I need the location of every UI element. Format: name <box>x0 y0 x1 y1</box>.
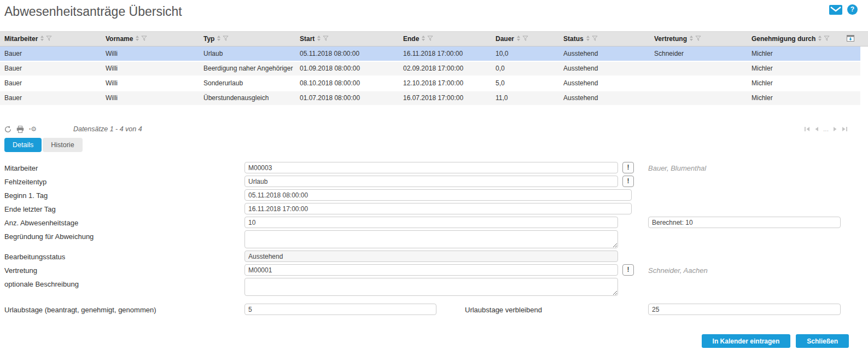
column-header-start[interactable]: Start <box>295 32 399 46</box>
form-row-mitarbeiter: Mitarbeiter ! Bauer, Blumenthal <box>0 162 868 176</box>
filter-icon[interactable] <box>223 36 229 42</box>
cell-genehmigung: Michler <box>747 61 842 76</box>
vertretung-field[interactable] <box>244 264 618 276</box>
mitarbeiter-note: Bauer, Blumenthal <box>648 164 706 172</box>
cell-dauer: 10,0 <box>491 46 559 61</box>
table-row[interactable]: Bauer Willi Überstundenausgleich 01.07.2… <box>0 91 868 106</box>
filter-icon[interactable] <box>824 36 830 42</box>
tab-details[interactable]: Details <box>4 138 42 152</box>
cell-mitarbeiter: Bauer <box>0 91 101 106</box>
column-label: Genehmigung durch <box>752 35 815 43</box>
cell-vorname: Willi <box>101 76 199 91</box>
refresh-icon[interactable] <box>4 126 11 133</box>
add-to-calendar-button[interactable]: In Kalender eintragen <box>702 334 791 348</box>
cell-genehmigung: Michler <box>747 46 842 61</box>
sort-icon[interactable] <box>818 36 822 41</box>
first-page-icon[interactable] <box>804 126 810 132</box>
cell-icon <box>842 61 860 76</box>
urlaubstage-verbleibend-field[interactable] <box>648 304 841 315</box>
column-label: Status <box>563 35 584 43</box>
table-row[interactable]: Bauer Willi Beerdigung naher Angehöriger… <box>0 61 868 76</box>
fehlzeitentyp-lookup-button[interactable]: ! <box>622 176 634 187</box>
page-ellipsis[interactable]: ... <box>823 127 829 131</box>
column-header-genehmigung[interactable]: Genehmigung durch <box>747 32 842 46</box>
bearbeitungsstatus-field <box>244 251 618 262</box>
urlaubstage-field[interactable] <box>244 304 436 315</box>
ende-label: Ende letzter Tag <box>4 205 56 213</box>
beginn-field[interactable] <box>244 189 632 201</box>
settings-icon[interactable]: ⚙ <box>29 126 37 133</box>
column-label: Mitarbeiter <box>4 35 38 43</box>
tab-historie[interactable]: Historie <box>43 138 82 152</box>
cell-typ: Beerdigung naher Angehöriger <box>199 61 295 76</box>
close-button[interactable]: Schließen <box>796 334 849 348</box>
top-icons: ? <box>829 4 858 15</box>
cell-dauer: 5,0 <box>491 76 559 91</box>
cell-gutter <box>860 61 868 76</box>
sort-icon[interactable] <box>317 36 321 41</box>
column-header-ende[interactable]: Ende <box>399 32 491 46</box>
sort-icon[interactable] <box>136 36 139 41</box>
next-page-icon[interactable] <box>833 126 837 132</box>
last-page-icon[interactable] <box>842 126 848 132</box>
print-icon[interactable] <box>16 126 24 133</box>
help-icon[interactable]: ? <box>847 4 858 15</box>
beginn-label: Beginn 1. Tag <box>4 191 48 200</box>
table-row[interactable]: Bauer Willi Urlaub 05.11.2018 08:00:00 1… <box>0 46 868 61</box>
cell-vertretung <box>650 91 747 106</box>
sort-icon[interactable] <box>40 36 44 41</box>
urlaubstage-verbleibend-label: Urlaubstage verbleibend <box>465 306 542 314</box>
cell-dauer: 0,0 <box>491 61 559 76</box>
sort-icon[interactable] <box>217 36 220 41</box>
sort-icon[interactable] <box>422 36 425 41</box>
begruendung-field[interactable] <box>244 230 618 248</box>
cell-gutter <box>860 76 868 91</box>
bearbeitungsstatus-label: Bearbeitungsstatus <box>4 253 65 261</box>
cell-status: Ausstehend <box>559 46 650 61</box>
page-title: Abwesenheitsanträge Übersicht <box>4 4 182 19</box>
cell-vertretung: Schneider <box>650 46 747 61</box>
column-header-dauer[interactable]: Dauer <box>491 32 559 46</box>
cell-icon <box>842 46 860 61</box>
filter-icon[interactable] <box>522 36 528 42</box>
filter-icon[interactable] <box>141 36 147 42</box>
column-label: Ende <box>403 35 419 43</box>
cell-icon <box>842 76 860 91</box>
cell-ende: 16.07.2018 17:00:00 <box>399 91 491 106</box>
berechnet-field <box>648 217 841 228</box>
column-header-mitarbeiter[interactable]: Mitarbeiter <box>0 32 101 46</box>
beschreibung-field[interactable] <box>244 278 618 296</box>
vertretung-lookup-button[interactable]: ! <box>622 264 634 276</box>
column-header-status[interactable]: Status <box>559 32 650 46</box>
filter-icon[interactable] <box>46 36 52 42</box>
prev-page-icon[interactable] <box>814 126 819 132</box>
column-settings-icon[interactable] <box>842 32 860 46</box>
cell-mitarbeiter: Bauer <box>0 76 101 91</box>
filter-icon[interactable] <box>323 36 329 42</box>
sort-icon[interactable] <box>586 36 590 41</box>
filter-icon[interactable] <box>592 36 598 42</box>
column-header-vorname[interactable]: Vorname <box>101 32 199 46</box>
cell-ende: 12.10.2018 17:00:00 <box>399 76 491 91</box>
mitarbeiter-field[interactable] <box>244 162 618 173</box>
mitarbeiter-lookup-button[interactable]: ! <box>622 162 634 173</box>
urlaubstage-label: Urlaubstage (beantragt, genehmigt, genom… <box>4 306 156 314</box>
cell-gutter <box>860 91 868 106</box>
sort-icon[interactable] <box>517 36 520 41</box>
column-header-typ[interactable]: Typ <box>199 32 295 46</box>
anz-abwesenheitstage-field[interactable] <box>244 217 618 228</box>
sort-icon[interactable] <box>690 36 693 41</box>
table-row[interactable]: Bauer Willi Sonderurlaub 08.10.2018 08:0… <box>0 76 868 91</box>
fehlzeitentyp-field[interactable] <box>244 176 618 187</box>
vertretung-note: Schneider, Aachen <box>648 266 708 275</box>
filter-icon[interactable] <box>427 36 433 42</box>
mail-icon[interactable] <box>829 5 842 15</box>
filter-icon[interactable] <box>695 36 701 42</box>
cell-mitarbeiter: Bauer <box>0 46 101 61</box>
pagination: ... <box>804 126 848 132</box>
column-label: Vorname <box>106 35 133 43</box>
cell-vorname: Willi <box>101 91 199 106</box>
cell-status: Ausstehend <box>559 91 650 106</box>
ende-field[interactable] <box>244 203 632 214</box>
column-header-vertretung[interactable]: Vertretung <box>650 32 747 46</box>
